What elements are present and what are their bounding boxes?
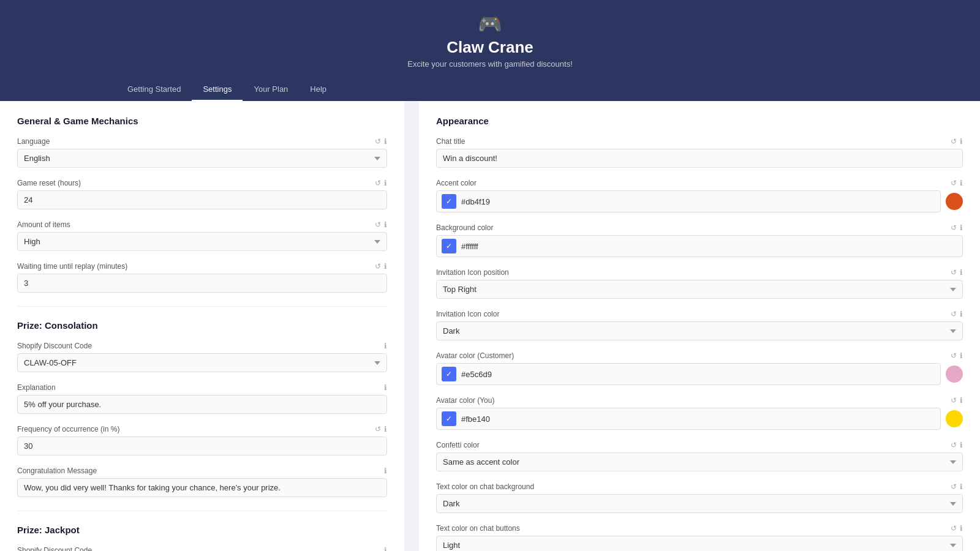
prize-consolation-title: Prize: Consolation — [17, 320, 387, 331]
shopify-code-select[interactable]: CLAW-05-OFF — [17, 353, 387, 372]
waiting-time-reset-icon[interactable]: ↺ — [375, 262, 381, 271]
congrat-msg-field: Congratulation Message ℹ — [17, 467, 387, 497]
avatar-customer-swatch[interactable] — [946, 365, 963, 383]
avatar-customer-field: Avatar color (Customer) ↺ ℹ ✓ — [436, 351, 963, 385]
game-reset-info-icon[interactable]: ℹ — [384, 179, 387, 187]
language-field: Language ↺ ℹ English — [17, 137, 387, 168]
language-select[interactable]: English — [17, 149, 387, 168]
language-label: Language — [17, 137, 50, 146]
language-info-icon[interactable]: ℹ — [384, 137, 387, 146]
avatar-customer-input[interactable] — [461, 370, 935, 379]
accent-color-check-btn[interactable]: ✓ — [442, 194, 456, 209]
congrat-msg-label: Congratulation Message — [17, 467, 97, 475]
waiting-time-info-icon[interactable]: ℹ — [384, 262, 387, 271]
bg-color-field: Background color ↺ ℹ ✓ — [436, 223, 963, 257]
text-chat-btn-select[interactable]: Light — [436, 536, 963, 551]
frequency-label: Frequency of occurrence (in %) — [17, 425, 119, 433]
text-chat-bg-info-icon[interactable]: ℹ — [960, 482, 963, 491]
inv-icon-color-select[interactable]: Dark — [436, 321, 963, 340]
confetti-color-label: Confetti color — [436, 441, 480, 449]
accent-color-field: Accent color ↺ ℹ ✓ — [436, 179, 963, 212]
frequency-info-icon[interactable]: ℹ — [384, 425, 387, 433]
bg-color-input[interactable] — [461, 242, 957, 251]
inv-icon-pos-select[interactable]: Top Right — [436, 280, 963, 299]
bg-color-label: Background color — [436, 223, 493, 232]
game-reset-field: Game reset (hours) ↺ ℹ 24 — [17, 179, 387, 209]
main-content: General & Game Mechanics Language ↺ ℹ En… — [0, 101, 980, 551]
text-chat-bg-reset-icon[interactable]: ↺ — [951, 482, 957, 491]
amount-items-reset-icon[interactable]: ↺ — [375, 220, 381, 229]
confetti-color-field: Confetti color ↺ ℹ Same as accent color — [436, 441, 963, 471]
avatar-customer-check-btn[interactable]: ✓ — [442, 367, 456, 381]
text-chat-bg-label: Text color on chat background — [436, 482, 534, 491]
amount-items-label: Amount of items — [17, 220, 70, 229]
explanation-info-icon[interactable]: ℹ — [384, 383, 387, 392]
text-chat-bg-select[interactable]: Dark — [436, 494, 963, 513]
shopify-code-label: Shopify Discount Code — [17, 342, 92, 350]
chat-title-field: Chat title ↺ ℹ — [436, 137, 963, 168]
avatar-you-swatch[interactable] — [946, 410, 963, 427]
app-title: Claw Crane — [0, 38, 980, 57]
left-panel: General & Game Mechanics Language ↺ ℹ En… — [0, 101, 404, 551]
text-chat-btn-info-icon[interactable]: ℹ — [960, 524, 963, 533]
inv-icon-color-label: Invitation Icon color — [436, 310, 499, 318]
waiting-time-field: Waiting time until replay (minutes) ↺ ℹ … — [17, 262, 387, 293]
bg-color-check-btn[interactable]: ✓ — [442, 239, 456, 253]
explanation-input[interactable] — [17, 395, 387, 414]
right-panel: Appearance Chat title ↺ ℹ Accent color ↺… — [419, 101, 980, 551]
avatar-you-reset-icon[interactable]: ↺ — [951, 396, 957, 405]
accent-color-input[interactable] — [461, 197, 935, 206]
inv-icon-color-reset-icon[interactable]: ↺ — [951, 310, 957, 318]
confetti-info-icon[interactable]: ℹ — [960, 441, 963, 449]
congrat-msg-info-icon[interactable]: ℹ — [384, 467, 387, 475]
avatar-you-check-btn[interactable]: ✓ — [442, 411, 456, 426]
avatar-you-info-icon[interactable]: ℹ — [960, 396, 963, 405]
bg-color-info-icon[interactable]: ℹ — [960, 223, 963, 232]
section-general-title: General & Game Mechanics — [17, 116, 387, 126]
avatar-customer-info-icon[interactable]: ℹ — [960, 351, 963, 360]
inv-icon-color-info-icon[interactable]: ℹ — [960, 310, 963, 318]
inv-icon-pos-field: Invitation Icon position ↺ ℹ Top Right — [436, 268, 963, 299]
accent-color-reset-icon[interactable]: ↺ — [951, 179, 957, 187]
confetti-reset-icon[interactable]: ↺ — [951, 441, 957, 449]
tab-getting-started[interactable]: Getting Started — [116, 78, 192, 101]
jackpot-code-info-icon[interactable]: ℹ — [384, 546, 387, 551]
frequency-input[interactable] — [17, 437, 387, 455]
inv-icon-pos-reset-icon[interactable]: ↺ — [951, 268, 957, 277]
frequency-field: Frequency of occurrence (in %) ↺ ℹ — [17, 425, 387, 455]
language-reset-icon[interactable]: ↺ — [375, 137, 381, 146]
accent-color-swatch[interactable] — [946, 193, 963, 210]
game-reset-input[interactable]: 24 — [17, 190, 387, 209]
frequency-reset-icon[interactable]: ↺ — [375, 425, 381, 433]
text-chat-btn-field: Text color on chat buttons ↺ ℹ Light — [436, 524, 963, 551]
amount-items-info-icon[interactable]: ℹ — [384, 220, 387, 229]
tab-help[interactable]: Help — [299, 78, 337, 101]
text-chat-btn-reset-icon[interactable]: ↺ — [951, 524, 957, 533]
jackpot-code-label: Shopify Discount Code — [17, 546, 92, 551]
game-reset-label: Game reset (hours) — [17, 179, 81, 187]
tab-your-plan[interactable]: Your Plan — [243, 78, 299, 101]
jackpot-code-field: Shopify Discount Code ℹ JACKPOT25 — [17, 546, 387, 551]
inv-icon-pos-info-icon[interactable]: ℹ — [960, 268, 963, 277]
avatar-customer-label: Avatar color (Customer) — [436, 351, 514, 360]
shopify-code-info-icon[interactable]: ℹ — [384, 342, 387, 350]
explanation-label: Explanation — [17, 383, 56, 392]
accent-color-info-icon[interactable]: ℹ — [960, 179, 963, 187]
chat-title-info-icon[interactable]: ℹ — [960, 137, 963, 146]
text-chat-btn-label: Text color on chat buttons — [436, 524, 520, 533]
nav-tabs: Getting Started Settings Your Plan Help — [0, 78, 980, 101]
inv-icon-pos-label: Invitation Icon position — [436, 268, 509, 277]
game-reset-reset-icon[interactable]: ↺ — [375, 179, 381, 187]
chat-title-reset-icon[interactable]: ↺ — [951, 137, 957, 146]
appearance-title: Appearance — [436, 116, 963, 126]
bg-color-reset-icon[interactable]: ↺ — [951, 223, 957, 232]
congrat-msg-input[interactable] — [17, 478, 387, 497]
avatar-you-input[interactable] — [461, 414, 935, 424]
confetti-color-select[interactable]: Same as accent color — [436, 452, 963, 471]
avatar-customer-reset-icon[interactable]: ↺ — [951, 351, 957, 360]
amount-items-select[interactable]: High — [17, 232, 387, 251]
app-logo-icon: 🎮 — [0, 12, 980, 36]
tab-settings[interactable]: Settings — [192, 78, 243, 101]
chat-title-input[interactable] — [436, 149, 963, 168]
waiting-time-input[interactable]: 3 — [17, 274, 387, 293]
